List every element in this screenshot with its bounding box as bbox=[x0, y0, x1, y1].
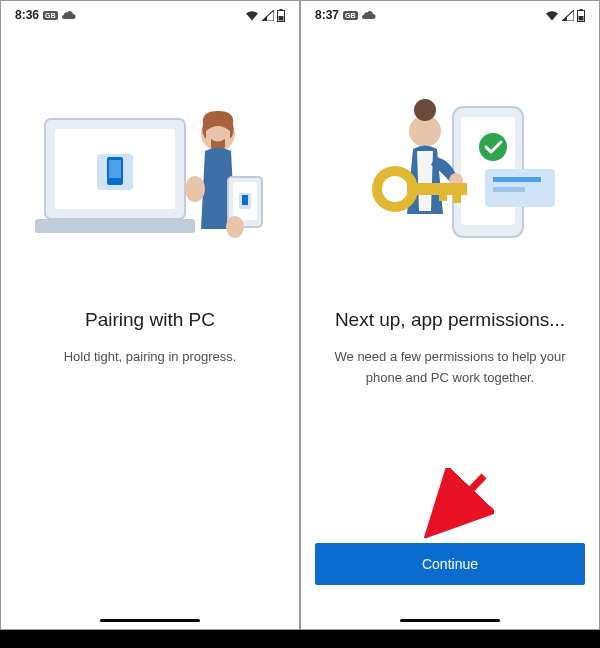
svg-point-26 bbox=[414, 99, 436, 121]
wifi-icon bbox=[245, 10, 259, 21]
signal-icon bbox=[262, 10, 274, 21]
nav-pill[interactable] bbox=[400, 619, 500, 622]
status-badge: GB bbox=[343, 11, 358, 20]
bottom-bar bbox=[0, 630, 600, 648]
status-badge: GB bbox=[43, 11, 58, 20]
nav-pill[interactable] bbox=[100, 619, 200, 622]
svg-rect-2 bbox=[279, 16, 284, 21]
svg-point-21 bbox=[479, 133, 507, 161]
status-time: 8:36 bbox=[15, 8, 39, 22]
wifi-icon bbox=[545, 10, 559, 21]
page-title: Next up, app permissions... bbox=[325, 309, 575, 331]
svg-rect-5 bbox=[35, 219, 195, 233]
svg-rect-23 bbox=[493, 177, 541, 182]
svg-rect-8 bbox=[109, 160, 121, 178]
status-bar: 8:36 GB bbox=[1, 1, 299, 29]
screen-pairing: 8:36 GB bbox=[1, 1, 299, 629]
svg-point-15 bbox=[226, 216, 244, 238]
page-subtitle: We need a few permissions to help your p… bbox=[325, 347, 575, 389]
status-time: 8:37 bbox=[315, 8, 339, 22]
svg-point-10 bbox=[185, 176, 205, 202]
cloud-icon bbox=[62, 10, 76, 20]
cloud-icon bbox=[362, 10, 376, 20]
svg-rect-30 bbox=[453, 193, 461, 203]
continue-button[interactable]: Continue bbox=[315, 543, 585, 585]
page-title: Pairing with PC bbox=[25, 309, 275, 331]
battery-icon bbox=[277, 9, 285, 22]
page-subtitle: Hold tight, pairing in progress. bbox=[25, 347, 275, 368]
battery-icon bbox=[577, 9, 585, 22]
svg-rect-31 bbox=[439, 193, 447, 201]
svg-rect-14 bbox=[242, 195, 248, 205]
content-area: Next up, app permissions... We need a fe… bbox=[301, 309, 599, 389]
signal-icon bbox=[562, 10, 574, 21]
svg-rect-24 bbox=[493, 187, 525, 192]
pairing-illustration bbox=[1, 79, 299, 279]
nav-bar[interactable] bbox=[301, 611, 599, 629]
content-area: Pairing with PC Hold tight, pairing in p… bbox=[1, 309, 299, 368]
status-bar: 8:37 GB bbox=[301, 1, 599, 29]
svg-rect-18 bbox=[579, 16, 584, 21]
nav-bar[interactable] bbox=[1, 611, 299, 629]
permissions-illustration bbox=[301, 79, 599, 279]
screen-permissions: 8:37 GB bbox=[301, 1, 599, 629]
